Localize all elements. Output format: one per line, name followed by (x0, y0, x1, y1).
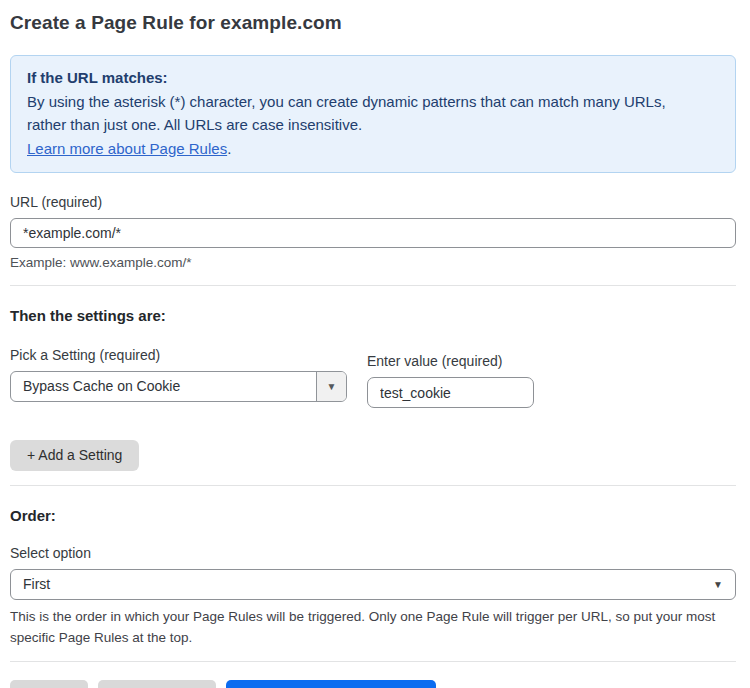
chevron-down-icon: ▼ (713, 570, 723, 599)
info-box-heading: If the URL matches: (27, 66, 719, 90)
setting-picker-label: Pick a Setting (required) (10, 347, 347, 363)
cancel-button[interactable]: Cancel (10, 680, 88, 688)
divider (10, 485, 736, 486)
order-select-value: First (11, 576, 62, 592)
add-setting-button[interactable]: + Add a Setting (10, 440, 139, 471)
info-box-link-line: Learn more about Page Rules. (27, 137, 719, 161)
url-input[interactable] (10, 218, 736, 248)
save-deploy-button[interactable]: Save and Deploy Page Rule (226, 680, 436, 688)
setting-picker-column: Pick a Setting (required) Bypass Cache o… (10, 347, 347, 408)
url-match-info-box: If the URL matches: By using the asteris… (10, 55, 736, 173)
order-help-text: This is the order in which your Page Rul… (10, 606, 730, 648)
divider (10, 285, 736, 286)
setting-value-column: Enter value (required) (367, 347, 534, 408)
page-rule-form: Create a Page Rule for example.com If th… (0, 0, 750, 688)
learn-more-link[interactable]: Learn more about Page Rules (27, 140, 227, 157)
setting-value-input[interactable] (367, 377, 534, 408)
link-suffix: . (227, 140, 231, 157)
settings-heading: Then the settings are: (10, 307, 736, 324)
setting-select[interactable]: Bypass Cache on Cookie ▼ (10, 371, 347, 402)
settings-row: Pick a Setting (required) Bypass Cache o… (10, 347, 736, 408)
url-label: URL (required) (10, 194, 736, 210)
order-heading: Order: (10, 507, 736, 524)
setting-select-value: Bypass Cache on Cookie (11, 372, 316, 401)
save-draft-button[interactable]: Save as Draft (98, 680, 217, 688)
info-box-body: By using the asterisk (*) character, you… (27, 90, 687, 137)
order-select[interactable]: First ▼ (10, 569, 736, 600)
page-title: Create a Page Rule for example.com (10, 12, 736, 34)
order-select-label: Select option (10, 545, 736, 561)
chevron-down-icon[interactable]: ▼ (316, 372, 346, 401)
actions-row: Cancel Save as Draft Save and Deploy Pag… (10, 680, 736, 688)
divider (10, 661, 736, 662)
url-example-text: Example: www.example.com/* (10, 255, 736, 270)
setting-value-label: Enter value (required) (367, 353, 534, 369)
